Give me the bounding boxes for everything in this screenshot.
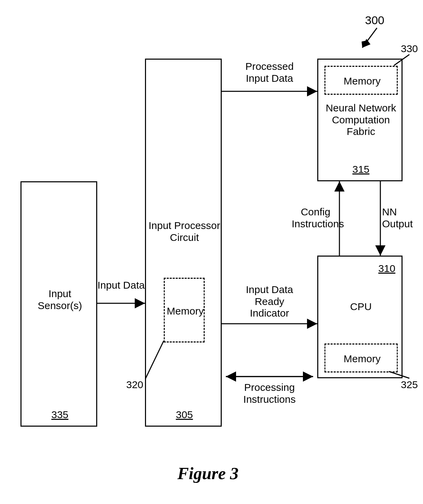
arrow-label-config-instructions: Config Instructions (292, 206, 339, 230)
block-input-sensors-ref: 335 (21, 409, 98, 421)
block-input-processor-ref: 305 (146, 409, 223, 421)
block-cpu: CPU 310 Memory (317, 256, 403, 378)
block-input-sensors: Input Sensor(s) 335 (20, 181, 97, 427)
arrow-label-processed-input: Processed Input Data (222, 61, 317, 84)
svg-line-0 (362, 28, 377, 48)
memory-cpu: Memory (324, 343, 398, 372)
svg-marker-1 (362, 40, 368, 48)
diagram-stage: 300 Input Sensor(s) 335 Input Processor … (0, 0, 423, 504)
arrow-label-input-ready: Input Data Ready Indicator (222, 284, 317, 319)
memory-input-processor: Memory (164, 278, 205, 342)
figure-number: 300 (365, 14, 384, 27)
figure-caption: Figure 3 (177, 463, 238, 483)
memory-input-processor-label: Memory (165, 305, 206, 317)
memory-nn-fabric: Memory (324, 66, 398, 95)
ref-330: 330 (401, 43, 418, 55)
arrow-label-input-data: Input Data (97, 279, 145, 291)
svg-marker-2 (362, 39, 370, 48)
block-input-sensors-title: Input Sensor(s) (21, 288, 98, 311)
block-cpu-ref: 310 (378, 263, 395, 275)
arrow-label-nn-output: NN Output (382, 206, 416, 230)
memory-nn-fabric-label: Memory (325, 75, 399, 87)
arrow-label-processing-instructions: Processing Instructions (222, 382, 317, 405)
block-input-processor-title: Input Processor Circuit (146, 220, 223, 243)
block-nn-fabric-title: Neural Network Computation Fabric (318, 102, 404, 138)
block-input-processor: Input Processor Circuit 305 Memory (145, 59, 222, 427)
ref-320: 320 (126, 379, 143, 391)
block-nn-fabric-ref: 315 (318, 164, 404, 175)
ref-325: 325 (401, 379, 418, 391)
memory-cpu-label: Memory (325, 353, 399, 365)
block-nn-fabric: Neural Network Computation Fabric 315 Me… (317, 59, 403, 181)
block-cpu-title: CPU (318, 301, 404, 313)
